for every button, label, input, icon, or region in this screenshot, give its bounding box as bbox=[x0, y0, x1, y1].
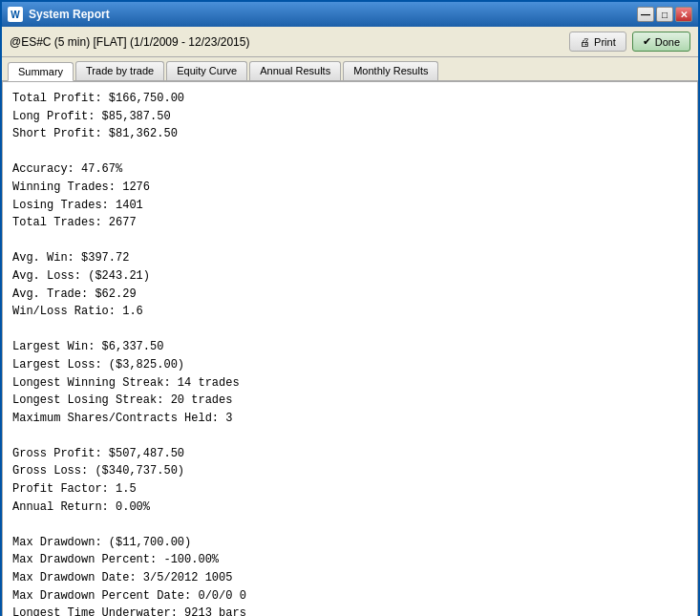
tab-equity-curve[interactable]: Equity Curve bbox=[166, 61, 247, 80]
print-icon: 🖨 bbox=[580, 36, 590, 48]
summary-line: Long Profit: $85,387.50 bbox=[12, 108, 688, 126]
print-label: Print bbox=[594, 36, 616, 48]
title-bar: W System Report — □ ✕ bbox=[2, 2, 698, 27]
summary-line: Annual Return: 0.00% bbox=[12, 499, 688, 517]
summary-line: Gross Profit: $507,487.50 bbox=[12, 445, 688, 463]
summary-line: Win/Loss Ratio: 1.6 bbox=[12, 303, 688, 321]
summary-line: Max Drawdown Percent: -100.00% bbox=[12, 551, 688, 569]
summary-line: Max Drawdown: ($11,700.00) bbox=[12, 534, 688, 552]
tabs-bar: Summary Trade by trade Equity Curve Annu… bbox=[2, 57, 698, 81]
checkmark-icon: ✔ bbox=[643, 35, 651, 48]
summary-line: Avg. Win: $397.72 bbox=[12, 249, 688, 267]
summary-content: Total Profit: $166,750.00Long Profit: $8… bbox=[2, 81, 698, 616]
summary-line: Longest Time Underwater: 9213 bars bbox=[12, 605, 688, 616]
summary-line: Max Drawdown Percent Date: 0/0/0 0 bbox=[12, 587, 688, 605]
title-bar-controls: — □ ✕ bbox=[637, 7, 692, 22]
summary-line: Max Drawdown Date: 3/5/2012 1005 bbox=[12, 569, 688, 587]
summary-line: Short Profit: $81,362.50 bbox=[12, 125, 688, 143]
system-report-window: W System Report — □ ✕ @ES#C (5 min) [FLA… bbox=[0, 0, 700, 616]
tab-monthly-results[interactable]: Monthly Results bbox=[343, 61, 438, 80]
summary-line: Largest Win: $6,337.50 bbox=[12, 338, 688, 356]
summary-line: Avg. Trade: $62.29 bbox=[12, 286, 688, 304]
summary-line: Total Trades: 2677 bbox=[12, 214, 688, 232]
summary-line: Winning Trades: 1276 bbox=[12, 179, 688, 197]
tab-trade-by-trade[interactable]: Trade by trade bbox=[75, 61, 164, 80]
summary-line: Longest Winning Streak: 14 trades bbox=[12, 374, 688, 393]
print-button[interactable]: 🖨 Print bbox=[569, 32, 626, 52]
summary-line: Largest Loss: ($3,825.00) bbox=[12, 356, 688, 374]
summary-line: Gross Loss: ($340,737.50) bbox=[12, 462, 688, 480]
summary-line: Maximum Shares/Contracts Held: 3 bbox=[12, 410, 688, 428]
instrument-label: @ES#C (5 min) [FLAT] (1/1/2009 - 12/23/2… bbox=[10, 35, 249, 49]
title-bar-left: W System Report bbox=[8, 7, 110, 22]
maximize-button[interactable]: □ bbox=[656, 7, 673, 22]
summary-line: Losing Trades: 1401 bbox=[12, 197, 688, 215]
window-icon: W bbox=[8, 7, 23, 22]
toolbar-buttons: 🖨 Print ✔ Done bbox=[569, 32, 690, 52]
window-title: System Report bbox=[29, 8, 110, 21]
tab-summary[interactable]: Summary bbox=[8, 62, 74, 81]
summary-line: Longest Losing Streak: 20 trades bbox=[12, 392, 688, 410]
summary-line: Profit Factor: 1.5 bbox=[12, 480, 688, 499]
summary-line: Accuracy: 47.67% bbox=[12, 160, 688, 179]
summary-line: Avg. Loss: ($243.21) bbox=[12, 267, 688, 286]
minimize-button[interactable]: — bbox=[637, 7, 654, 22]
done-button[interactable]: ✔ Done bbox=[632, 32, 690, 52]
toolbar: @ES#C (5 min) [FLAT] (1/1/2009 - 12/23/2… bbox=[2, 27, 698, 57]
done-label: Done bbox=[655, 36, 680, 48]
close-button[interactable]: ✕ bbox=[675, 7, 692, 22]
tab-annual-results[interactable]: Annual Results bbox=[249, 61, 341, 80]
summary-line: Total Profit: $166,750.00 bbox=[12, 90, 688, 108]
